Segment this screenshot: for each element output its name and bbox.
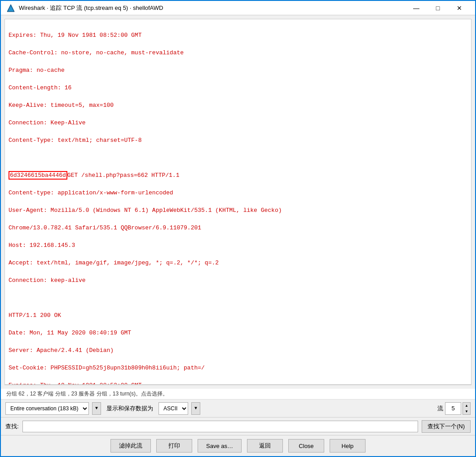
stream-line-hex: 6d3246615ba4446dGET /shell.php?pass=662 …: [9, 171, 467, 180]
encoding-dropdown-arrow[interactable]: ▼: [191, 402, 200, 415]
stream-line: Set-Cookie: PHPSESSID=gh525j8upn31b809h0…: [9, 364, 467, 373]
stream-label-text: 流: [437, 404, 443, 413]
stream-line: Connection: keep-alive: [9, 276, 467, 285]
stream-line: Connection: Keep-Alive: [9, 119, 467, 127]
search-input[interactable]: [22, 421, 418, 432]
stream-line: Accept: text/html, image/gif, image/jpeg…: [9, 259, 467, 268]
window-controls: — □ ✕: [406, 1, 470, 15]
stream-line: HTTP/1.1 200 OK: [9, 311, 467, 320]
stream-content[interactable]: Expires: Thu, 19 Nov 1981 08:52:00 GMT C…: [5, 19, 471, 385]
help-button[interactable]: Help: [330, 439, 366, 453]
chevron-down-icon-2: ▼: [194, 406, 197, 411]
save-as-button[interactable]: Save as…: [198, 439, 242, 453]
print-button[interactable]: 打印: [156, 439, 192, 453]
stream-line: Content-Type: text/html; charset=UTF-8: [9, 136, 467, 145]
close-button[interactable]: ✕: [449, 1, 470, 15]
stream-line: Expires: Thu, 19 Nov 1981 08:52:00 GMT: [9, 381, 467, 385]
stream-line: Keep-Alive: timeout=5, max=100: [9, 101, 467, 110]
minimize-button[interactable]: —: [406, 1, 427, 15]
stream-line: Date: Mon, 11 May 2020 08:40:19 GMT: [9, 329, 467, 338]
filter-button[interactable]: 滤掉此流: [110, 439, 151, 453]
main-area: Expires: Thu, 19 Nov 1981 08:52:00 GMT C…: [4, 19, 472, 385]
stream-spinner-up[interactable]: ▲: [463, 403, 470, 409]
maximize-button[interactable]: □: [428, 1, 448, 15]
stream-line: Chrome/13.0.782.41 Safari/535.1 QQBrowse…: [9, 224, 467, 233]
bottom-buttons: 滤掉此流 打印 Save as… 返回 Close Help: [1, 435, 475, 456]
close-button-bottom[interactable]: Close: [288, 439, 324, 453]
controls-row: Entire conversation (183 kB) ▼ 显示和保存数据为 …: [1, 400, 475, 417]
search-label: 查找:: [5, 422, 19, 431]
stream-line: Pragma: no-cache: [9, 66, 467, 75]
window-title: Wireshark · 追踪 TCP 流 (tcp.stream eq 5) ·…: [19, 4, 406, 12]
title-bar: Wireshark · 追踪 TCP 流 (tcp.stream eq 5) ·…: [1, 1, 475, 15]
stream-line: Content-Length: 16: [9, 83, 467, 92]
stream-spinner-down[interactable]: ▼: [463, 409, 470, 414]
status-bar: 分组 62，12 客户端 分组，23 服务器 分组，13 turn(s)。点击选…: [1, 389, 475, 400]
encoding-label: 显示和保存数据为: [106, 404, 153, 413]
stream-line: Content-type: application/x-www-form-url…: [9, 189, 467, 198]
chevron-down-icon: ▼: [95, 406, 98, 411]
stream-spinner: ▲ ▼: [463, 402, 471, 415]
hex-block: 6d3246615ba4446d: [9, 171, 67, 180]
find-next-button[interactable]: 查找下一个(N): [422, 420, 471, 433]
back-button[interactable]: 返回: [247, 439, 283, 453]
status-text: 分组 62，12 客户端 分组，23 服务器 分组，13 turn(s)。点击选…: [6, 390, 168, 398]
stream-line: User-Agent: Mozilla/5.0 (Windows NT 6.1)…: [9, 206, 467, 215]
stream-empty-line: [9, 154, 467, 163]
encoding-dropdown[interactable]: ASCII: [159, 402, 188, 415]
stream-line: Server: Apache/2.4.41 (Debian): [9, 346, 467, 355]
conversation-dropdown[interactable]: Entire conversation (183 kB): [5, 402, 89, 415]
app-icon: [6, 4, 15, 13]
conversation-dropdown-arrow[interactable]: ▼: [92, 402, 101, 415]
stream-line: Cache-Control: no-store, no-cache, must-…: [9, 48, 467, 57]
stream-selector: 流 5 ▲ ▼: [437, 402, 471, 415]
search-row: 查找: 查找下一个(N): [1, 417, 475, 435]
stream-line: Host: 192.168.145.3: [9, 241, 467, 250]
stream-empty-line: [9, 294, 467, 303]
stream-number: 5: [445, 402, 461, 415]
stream-line: Expires: Thu, 19 Nov 1981 08:52:00 GMT: [9, 31, 467, 40]
